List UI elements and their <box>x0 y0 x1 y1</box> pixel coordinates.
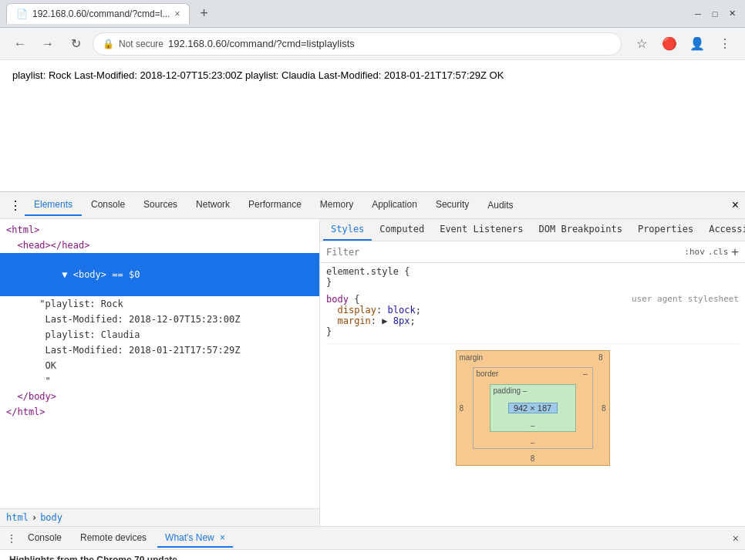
devtools-panel: ⋮ Elements Console Sources Network Perfo… <box>0 191 745 526</box>
bottom-tab-whats-new[interactable]: What's New × <box>157 529 233 548</box>
menu-button[interactable]: ⋮ <box>714 33 736 55</box>
back-button[interactable]: ← <box>9 33 31 55</box>
element-style-close: } <box>326 277 739 288</box>
not-secure-label: Not secure <box>119 39 163 49</box>
drawer-title: Highlights from the Chrome 70 update <box>9 555 736 560</box>
html-line: playlist: Claudia <box>0 327 319 342</box>
html-line: Last-Modified: 2018-01-21T17:57:29Z <box>0 342 319 358</box>
body-style-close: } <box>326 326 739 337</box>
margin-top-val: 8 <box>598 353 603 362</box>
tab-title: 192.168.0.60/command/?cmd=l... <box>32 8 170 19</box>
breadcrumb-body[interactable]: body <box>40 512 62 523</box>
styles-sub-tabs: Styles Computed Event Listeners DOM Brea… <box>320 219 745 241</box>
add-style-button[interactable]: + <box>731 245 739 259</box>
tab-elements[interactable]: Elements <box>25 194 82 216</box>
extension-button[interactable]: 🔴 <box>659 33 680 55</box>
tab-favicon: 📄 <box>16 8 28 19</box>
border-val: – <box>583 369 588 378</box>
html-tree: <html> <head></head> ▼ <body> == $0 "pla… <box>0 219 319 508</box>
styles-content: element.style { } body { user agent styl… <box>320 263 745 526</box>
reload-button[interactable]: ↻ <box>65 33 86 55</box>
address-bar: ← → ↻ 🔒 Not secure 192.168.0.60/command/… <box>0 28 745 60</box>
maximize-button[interactable]: □ <box>708 7 722 21</box>
body-margin-rule: margin: ▶ 8px; <box>326 315 739 326</box>
tab-close-button[interactable]: × <box>174 8 180 19</box>
address-input-wrap[interactable]: 🔒 Not secure 192.168.0.60/command/?cmd=l… <box>93 32 622 56</box>
html-line: Last-Modified: 2018-12-07T15:23:00Z <box>0 312 319 327</box>
html-line: </html> <box>0 404 319 420</box>
breadcrumb-separator: › <box>32 512 37 523</box>
url-display[interactable]: 192.168.0.60/command/?cmd=listplaylists <box>168 38 612 49</box>
devtools-more-button[interactable]: ⋮ <box>6 195 25 216</box>
content-size: 942 × 187 <box>514 403 551 413</box>
sub-tab-event-listeners[interactable]: Event Listeners <box>432 219 531 241</box>
sub-tab-styles[interactable]: Styles <box>323 219 372 241</box>
breadcrumb-bar: html › body <box>0 508 319 526</box>
console-drawer: Highlights from the Chrome 70 update Liv… <box>0 549 745 560</box>
title-bar: 📄 192.168.0.60/command/?cmd=l... × + ─ □… <box>0 0 745 28</box>
html-line: " <box>0 373 319 389</box>
tab-performance[interactable]: Performance <box>239 194 311 216</box>
drawer-close-button[interactable]: × <box>733 532 739 545</box>
style-filter-input[interactable] <box>326 247 681 258</box>
whats-new-close-button[interactable]: × <box>220 532 225 543</box>
devtools-body: <html> <head></head> ▼ <body> == $0 "pla… <box>0 219 745 526</box>
padding-label: padding – <box>494 386 528 395</box>
sub-tab-properties[interactable]: Properties <box>630 219 701 241</box>
tab-memory[interactable]: Memory <box>311 194 362 216</box>
html-line: </body> <box>0 389 319 404</box>
devtools-close-button[interactable]: × <box>729 195 742 215</box>
elements-panel: <html> <head></head> ▼ <body> == $0 "pla… <box>0 219 320 526</box>
styles-toolbar: :hov .cls + <box>320 241 745 263</box>
margin-left-val: 8 <box>460 404 464 413</box>
body-style-block: body { user agent stylesheet display: bl… <box>326 294 739 337</box>
forward-button[interactable]: → <box>37 33 59 55</box>
tab-security[interactable]: Security <box>426 194 478 216</box>
sub-tab-dom-breakpoints[interactable]: DOM Breakpoints <box>531 219 630 241</box>
devtools-tab-bar: ⋮ Elements Console Sources Network Perfo… <box>0 192 745 219</box>
border-bottom-val: – <box>531 438 535 447</box>
profile-button[interactable]: 👤 <box>686 33 708 55</box>
tab-console[interactable]: Console <box>82 194 134 216</box>
html-line: OK <box>0 358 319 373</box>
lock-icon: 🔒 <box>103 39 114 49</box>
content-box: 942 × 187 <box>508 403 558 413</box>
cls-button[interactable]: .cls <box>708 247 729 257</box>
tab-audits[interactable]: Audits <box>478 195 522 215</box>
drawer-more-button[interactable]: ⋮ <box>6 532 17 545</box>
tab-application[interactable]: Application <box>362 194 426 216</box>
margin-bottom-val: 8 <box>531 454 535 463</box>
sub-tab-accessibility[interactable]: Accessibility <box>701 219 745 241</box>
bottom-tab-bar: ⋮ Console Remote devices What's New × × <box>0 526 745 549</box>
padding-bottom-val: – <box>531 421 535 430</box>
html-line: <html> <box>0 222 319 238</box>
new-tab-button[interactable]: + <box>193 3 214 25</box>
sub-tab-computed[interactable]: Computed <box>372 219 432 241</box>
bottom-tab-console[interactable]: Console <box>20 529 69 548</box>
browser-tab[interactable]: 📄 192.168.0.60/command/?cmd=l... × <box>6 3 190 24</box>
window-controls: ─ □ ✕ <box>691 7 739 21</box>
hov-button[interactable]: :hov <box>684 247 705 257</box>
bottom-tab-remote-devices[interactable]: Remote devices <box>72 529 154 548</box>
tab-network[interactable]: Network <box>187 194 239 216</box>
minimize-button[interactable]: ─ <box>691 7 705 21</box>
margin-label: margin <box>460 353 484 362</box>
body-display-rule: display: block; <box>326 305 739 315</box>
page-content: playlist: Rock Last-Modified: 2018-12-07… <box>0 60 745 191</box>
border-label: border <box>477 369 499 378</box>
body-style-header: body { user agent stylesheet <box>326 294 739 305</box>
html-line: <head></head> <box>0 238 319 253</box>
box-model-wrapper: margin 8 8 8 8 border – – <box>326 343 739 472</box>
style-origin-label: user agent stylesheet <box>632 294 739 304</box>
tab-sources[interactable]: Sources <box>134 194 187 216</box>
page-text: playlist: Rock Last-Modified: 2018-12-07… <box>12 69 504 81</box>
bookmark-button[interactable]: ☆ <box>631 33 652 55</box>
close-button[interactable]: ✕ <box>725 7 739 21</box>
toolbar-icons: ☆ 🔴 👤 ⋮ <box>631 33 736 55</box>
margin-right-val: 8 <box>602 404 606 413</box>
body-element-line[interactable]: ▼ <body> == $0 <box>0 253 319 296</box>
styles-panel: Styles Computed Event Listeners DOM Brea… <box>320 219 745 526</box>
element-style-block: element.style { } <box>326 266 739 288</box>
breadcrumb-html[interactable]: html <box>6 512 29 523</box>
box-model: margin 8 8 8 8 border – – <box>456 350 610 466</box>
